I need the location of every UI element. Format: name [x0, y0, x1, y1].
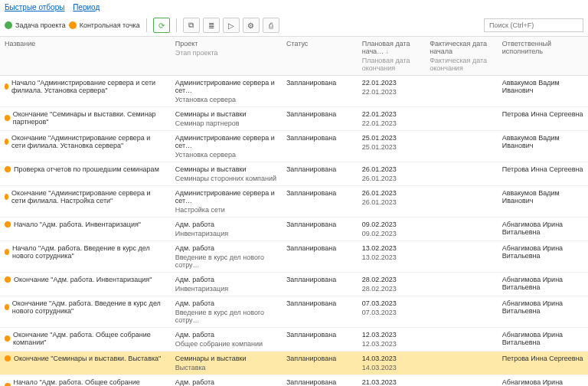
milestone-dot-icon	[5, 166, 11, 172]
plan-start-date: 21.03.2023	[362, 378, 397, 386]
table-row[interactable]: Начало "Адм. работа. Введение в курс дел…	[0, 241, 588, 273]
responsible-name: Абнагимова Ирина Витальевна	[502, 244, 563, 260]
plan-end-date: 14.03.2023	[362, 364, 421, 371]
table-row[interactable]: Окончание "Адм. работа. Инвентаризация"А…	[0, 273, 588, 296]
status-text: Запланирована	[286, 299, 336, 307]
milestone-dot-icon	[5, 249, 9, 255]
col-status[interactable]: Статус	[282, 37, 358, 76]
plan-start-date: 12.03.2023	[362, 331, 397, 339]
plan-end-date: 25.01.2023	[362, 143, 421, 151]
table-row[interactable]: Окончание "Адм. работа. Общее собрание к…	[0, 328, 588, 352]
table-row[interactable]: Окончание "Семинары и выставки. Выставка…	[0, 352, 588, 375]
table-row[interactable]: Окончание "Администрирование сервера и с…	[0, 186, 588, 218]
task-name: Окончание "Администрирование сервера и с…	[11, 189, 166, 204]
plan-start-date: 14.03.2023	[362, 355, 397, 362]
refresh-icon: ⟳	[158, 21, 165, 30]
project-name: Адм. работа	[175, 221, 214, 228]
table-row[interactable]: Окончание "Администрирование сервера и с…	[0, 131, 588, 162]
status-text: Запланирована	[286, 331, 336, 339]
task-name: Начало "Администрирование сервера и сети…	[11, 79, 166, 94]
project-name: Семинары и выставки	[175, 355, 247, 362]
milestone-dot-icon	[5, 335, 10, 342]
responsible-name: Петрова Инна Сергеевна	[502, 355, 583, 362]
tasks-table: Название ПроектЭтап проекта Статус Плано…	[0, 37, 588, 386]
stage-name: Инвентаризация	[175, 285, 277, 293]
plan-end-date: 09.02.2023	[362, 230, 421, 237]
project-name: Адм. работа	[175, 299, 214, 307]
project-name: Адм. работа	[175, 331, 214, 339]
task-name: Окончание "Адм. работа. Введение в курс …	[12, 299, 166, 315]
milestone-dot-icon	[5, 304, 9, 310]
print-icon: ⎙	[269, 21, 273, 30]
table-row[interactable]: Окончание "Семинары и выставки. Семинар …	[0, 107, 588, 131]
plan-start-date: 25.01.2023	[362, 134, 397, 142]
status-text: Запланирована	[286, 110, 336, 118]
status-text: Запланирована	[286, 221, 336, 228]
responsible-name: Петрова Инна Сергеевна	[502, 110, 583, 118]
status-text: Запланирована	[286, 134, 336, 142]
plan-start-date: 26.01.2023	[362, 189, 397, 197]
play-button[interactable]: ▷	[223, 18, 240, 33]
status-text: Запланирована	[286, 79, 336, 87]
responsible-name: Абнагимова Ирина Витальевна	[502, 378, 563, 386]
settings-button[interactable]: ⚙	[243, 18, 260, 33]
stage-name: Настройка сети	[175, 206, 277, 214]
task-name: Окончание "Адм. работа. Общее собрание к…	[13, 331, 166, 346]
search-input[interactable]	[484, 18, 583, 32]
dot-green-icon	[5, 21, 12, 29]
plan-start-date: 26.01.2023	[362, 165, 397, 173]
stage-name: Установка сервера	[175, 96, 277, 103]
legend-task: Задача проекта	[5, 21, 66, 29]
print-button[interactable]: ⎙	[263, 18, 279, 33]
settings-icon: ⚙	[247, 21, 254, 30]
project-name: Адм. работа	[175, 276, 214, 283]
project-name: Администрирование сервера и сет…	[175, 189, 275, 204]
task-name: Окончание "Семинары и выставки. Выставка…	[14, 355, 161, 362]
milestone-dot-icon	[5, 221, 11, 227]
responsible-name: Абнагимова Ирина Витальевна	[502, 276, 563, 291]
plan-end-date: 12.03.2023	[362, 340, 421, 348]
col-name[interactable]: Название	[0, 37, 171, 76]
table-row[interactable]: Начало "Адм. работа. Инвентаризация"Адм.…	[0, 218, 588, 241]
responsible-name: Абнагимова Ирина Витальевна	[502, 299, 563, 315]
quick-filters-link[interactable]: Быстрые отборы	[5, 3, 64, 11]
refresh-button[interactable]: ⟳	[153, 18, 170, 33]
col-project[interactable]: ПроектЭтап проекта	[171, 37, 282, 76]
report-button[interactable]: ≣	[203, 18, 220, 33]
col-plan-date[interactable]: Плановая дата нача… ↓Плановая дата оконч…	[358, 37, 426, 76]
milestone-dot-icon	[5, 355, 11, 361]
milestone-dot-icon	[5, 383, 11, 386]
project-name: Адм. работа	[175, 244, 214, 252]
project-name: Администрирование сервера и сет…	[175, 134, 275, 149]
play-icon: ▷	[228, 21, 234, 30]
legend-checkpoint: Контрольная точка	[69, 21, 140, 29]
col-fact-date[interactable]: Фактическая дата началаФактическая дата …	[425, 37, 498, 76]
stage-name: Введение в курс дел нового сотру…	[175, 309, 277, 324]
status-text: Запланирована	[286, 165, 336, 173]
toolbar: Задача проекта Контрольная точка ⟳ ⧉ ≣ ▷…	[0, 15, 588, 37]
plan-start-date: 07.03.2023	[362, 299, 397, 307]
table-row[interactable]: Окончание "Адм. работа. Введение в курс …	[0, 296, 588, 328]
copy-button[interactable]: ⧉	[183, 18, 200, 33]
col-responsible[interactable]: Ответственный исполнитель	[498, 37, 588, 76]
plan-start-date: 28.02.2023	[362, 276, 397, 283]
plan-end-date: 07.03.2023	[362, 309, 421, 316]
milestone-dot-icon	[5, 276, 11, 283]
table-row[interactable]: Начало "Администрирование сервера и сети…	[0, 76, 588, 107]
table-row[interactable]: Проверка отчетов по прошедшим семинарамС…	[0, 162, 588, 186]
status-text: Запланирована	[286, 276, 336, 283]
legend-task-label: Задача проекта	[15, 21, 66, 29]
plan-start-date: 13.02.2023	[362, 244, 397, 252]
period-link[interactable]: Период	[73, 3, 100, 11]
stage-name: Общее собрание компании	[175, 340, 277, 348]
legend-checkpoint-label: Контрольная точка	[80, 21, 140, 29]
responsible-name: Абнагимова Ирина Витальевна	[502, 331, 563, 346]
status-text: Запланирована	[286, 189, 336, 197]
quick-filters-bar: Быстрые отборы Период	[0, 0, 588, 15]
table-row[interactable]: Начало "Адм. работа. Общее собрание комп…	[0, 375, 588, 387]
divider	[176, 18, 177, 32]
task-name: Начало "Адм. работа. Инвентаризация"	[14, 221, 141, 228]
dot-orange-icon	[69, 21, 77, 29]
task-name: Начало "Адм. работа. Введение в курс дел…	[12, 244, 166, 260]
plan-end-date: 26.01.2023	[362, 175, 421, 182]
